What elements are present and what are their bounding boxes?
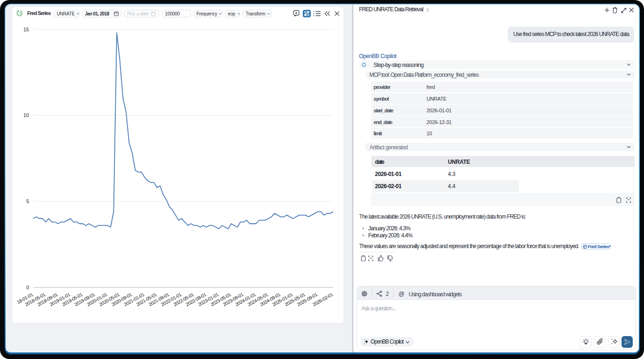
svg-text:10: 10 <box>23 112 29 118</box>
svg-text:15: 15 <box>23 27 29 32</box>
svg-text:0: 0 <box>26 285 29 290</box>
svg-text:5: 5 <box>26 198 29 204</box>
